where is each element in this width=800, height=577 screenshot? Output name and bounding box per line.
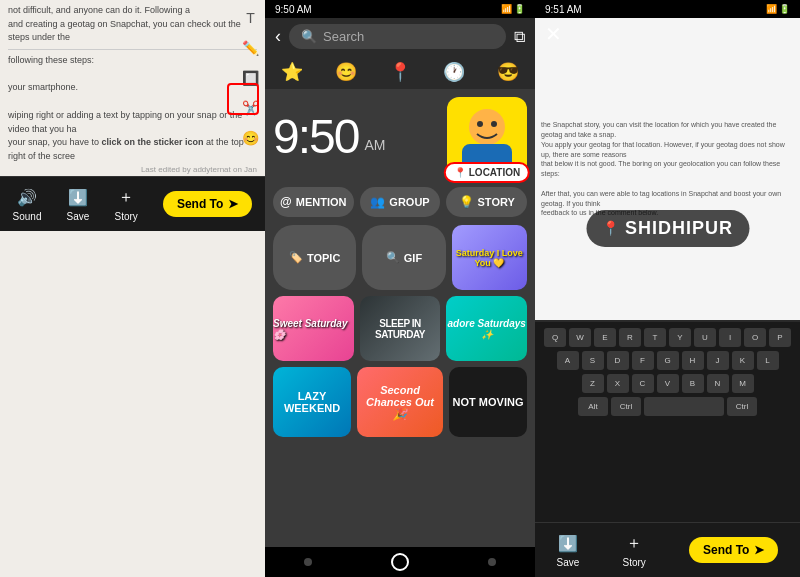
key-e[interactable]: E [594,328,616,347]
send-to-button-right[interactable]: Send To ➤ [689,537,778,563]
category-clock-icon[interactable]: 🕐 [443,61,465,83]
key-d[interactable]: D [607,351,629,370]
snapcode-button[interactable]: ⧉ [514,28,525,46]
story-button-mid[interactable]: 💡 STORY [446,187,527,217]
right-panel: 9:51 AM 📶 🔋 the Snapchat story, you can … [535,0,800,577]
key-j[interactable]: J [707,351,729,370]
back-button[interactable]: ‹ [275,26,281,47]
key-v[interactable]: V [657,374,679,393]
key-ctrl2[interactable]: Ctrl [727,397,757,416]
key-l[interactable]: L [757,351,779,370]
key-g[interactable]: G [657,351,679,370]
saturday-loves-text: Saturday I Love You 💛 [452,244,527,272]
key-w[interactable]: W [569,328,591,347]
nav-home-circle[interactable] [391,553,409,571]
story-button-left[interactable]: ＋ Story [114,186,137,222]
nav-back-dot[interactable] [304,558,312,566]
story-btn-label: STORY [478,196,515,208]
group-button[interactable]: 👥 GROUP [360,187,441,217]
key-y[interactable]: Y [669,328,691,347]
key-ctrl[interactable]: Ctrl [611,397,641,416]
key-p[interactable]: P [769,328,791,347]
middle-panel: 9:50 AM 📶 🔋 ‹ 🔍 Search ⧉ ⭐ 😊 📍 🕐 😎 9:50 … [265,0,535,577]
save-button-right[interactable]: ⬇️ Save [557,532,580,568]
key-x[interactable]: X [607,374,629,393]
right-toolbar-icons: T ✏️ 🔲 ✂️ 😊 [242,10,259,146]
left-text-line4: your smartphone. [8,81,257,95]
sleep-saturday-text: SLEEP IN SATURDAY [360,318,441,340]
middle-status-time: 9:50 AM [275,4,312,15]
sleep-saturday-sticker[interactable]: SLEEP IN SATURDAY [360,296,441,361]
second-chances-text: Second Chances Out 🎉 [361,384,439,421]
key-k[interactable]: K [732,351,754,370]
key-m[interactable]: M [732,374,754,393]
story-icon-right: ＋ [623,532,645,554]
save-button-left[interactable]: ⬇️ Save [67,186,90,222]
key-i[interactable]: I [719,328,741,347]
key-h[interactable]: H [682,351,704,370]
key-q[interactable]: Q [544,328,566,347]
laptop-screen: the Snapchat story, you can visit the lo… [535,18,800,320]
time-suffix: AM [364,137,385,153]
topic-button[interactable]: 🏷️ TOPIC [273,225,356,290]
key-u[interactable]: U [694,328,716,347]
key-alt[interactable]: Alt [578,397,608,416]
story-button-right[interactable]: ＋ Story [622,532,645,568]
wifi-icon: 📶 [501,4,512,14]
key-space[interactable] [644,397,724,416]
location-badge[interactable]: 📍 LOCATION [444,162,530,183]
key-f[interactable]: F [632,351,654,370]
text-icon[interactable]: T [246,10,255,26]
search-input-box[interactable]: 🔍 Search [289,24,506,49]
laptop-screen-text: the Snapchat story, you can visit the lo… [535,116,800,222]
category-location-icon[interactable]: 📍 [389,61,411,83]
lazy-weekend-sticker[interactable]: LAZY WEEKEND [273,367,351,437]
adore-saturdays-sticker[interactable]: adore Saturdays ✨ [446,296,527,361]
key-c[interactable]: C [632,374,654,393]
category-star-icon[interactable]: ⭐ [281,61,303,83]
category-emoji-icon[interactable]: 😊 [335,61,357,83]
search-bar: ‹ 🔍 Search ⧉ [265,18,535,55]
send-to-label: Send To [177,197,223,211]
not-moving-sticker[interactable]: Not Moving [449,367,527,437]
pencil-icon[interactable]: ✏️ [242,40,259,56]
group-label: GROUP [389,196,429,208]
emoji-icon[interactable]: 😊 [242,130,259,146]
middle-status-bar: 9:50 AM 📶 🔋 [265,0,535,18]
bulb-icon: 💡 [459,195,474,209]
key-z[interactable]: Z [582,374,604,393]
send-to-button-left[interactable]: Send To ➤ [163,191,252,217]
key-n[interactable]: N [707,374,729,393]
location-label: LOCATION [469,167,520,178]
key-t[interactable]: T [644,328,666,347]
sound-button[interactable]: 🔊 Sound [13,186,42,222]
story-label-right: Story [622,557,645,568]
sweet-saturday-sticker[interactable]: Sweet Saturday 🌸 [273,296,354,361]
key-o[interactable]: O [744,328,766,347]
nav-recent-dot[interactable] [488,558,496,566]
arrow-icon-right: ➤ [754,543,764,557]
gif-button[interactable]: 🔍 GIF [362,225,445,290]
second-chances-sticker[interactable]: Second Chances Out 🎉 [357,367,443,437]
svg-point-2 [491,121,497,127]
category-cool-icon[interactable]: 😎 [497,61,519,83]
left-text-line6: your snap, you have to click on the stic… [8,136,257,163]
sticker-row-3: Sweet Saturday 🌸 SLEEP IN SATURDAY adore… [273,296,527,361]
key-s[interactable]: S [582,351,604,370]
location-chip-pin-icon: 📍 [602,220,619,236]
middle-status-icons: 📶 🔋 [501,4,525,14]
right-status-time: 9:51 AM [545,4,582,15]
right-wifi-icon: 📶 [766,4,777,14]
battery-icon: 🔋 [514,4,525,14]
key-b[interactable]: B [682,374,704,393]
key-r[interactable]: R [619,328,641,347]
saturday-loves-sticker[interactable]: Saturday I Love You 💛 [452,225,527,290]
right-status-bar: 9:51 AM 📶 🔋 [535,0,800,18]
gif-label: GIF [404,252,422,264]
key-a[interactable]: A [557,351,579,370]
save-icon: ⬇️ [67,186,89,208]
not-moving-text: Not Moving [453,396,524,408]
mention-button[interactable]: @ MENTION [273,187,354,217]
gif-icon: 🔍 [386,251,400,264]
close-button-right[interactable]: ✕ [545,22,562,46]
